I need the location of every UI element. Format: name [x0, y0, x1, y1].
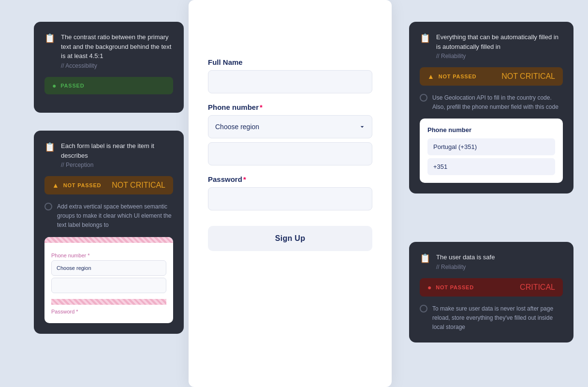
full-name-input[interactable]: [208, 70, 372, 93]
warning-triangle-icon: ▲: [52, 181, 59, 189]
phone-field: Phone number* Choose region Portugal (+3…: [208, 103, 372, 165]
full-name-label: Full Name: [208, 58, 372, 66]
radio-circle-1: [44, 203, 52, 210]
warning-triangle-icon-2: ▲: [427, 73, 435, 80]
card-perception-subtitle: // Perception: [61, 162, 173, 168]
critical-dot-icon: ●: [427, 283, 432, 291]
card-reliability-1-title: Everything that can be automatically fil…: [436, 32, 563, 51]
card-perception-body: Add extra vertical space between semanti…: [44, 202, 173, 230]
card-reliability-2: 📋 The user data is safe // Reliability ●…: [409, 242, 573, 342]
mini-stripe: [44, 237, 173, 243]
clipboard-icon-2: 📋: [44, 142, 55, 152]
mini-password-label: Password *: [51, 309, 166, 314]
form-panel: Full Name Phone number* Choose region Po…: [189, 0, 392, 387]
not-critical-label-1: NOT CRITICAL: [112, 181, 165, 190]
phone-group: Choose region Portugal (+351) United Sta…: [208, 115, 372, 165]
card-perception-header: 📋 Each form label is near the item it de…: [44, 141, 173, 168]
status-badge-reliability-1: ▲ NOT PASSED NOT CRITICAL: [420, 67, 563, 86]
not-passed-label-1: NOT PASSED: [63, 182, 102, 188]
status-badge-perception: ▲ NOT PASSED NOT CRITICAL: [44, 176, 173, 194]
card-reliability-2-body: To make sure user data is never lost aft…: [420, 304, 563, 332]
clipboard-icon: 📋: [44, 33, 55, 44]
passed-label: PASSED: [60, 83, 84, 89]
card-perception: 📋 Each form label is near the item it de…: [34, 131, 184, 334]
critical-label: CRITICAL: [520, 283, 555, 292]
mini-phone-input: [51, 278, 166, 293]
password-input[interactable]: [208, 187, 372, 210]
geo-tooltip-row-1: Portugal (+351): [427, 138, 555, 155]
card-reliability-1-header: 📋 Everything that can be automatically f…: [420, 32, 563, 60]
not-critical-label-2: NOT CRITICAL: [501, 72, 555, 81]
geo-tooltip-row-2: +351: [427, 158, 555, 175]
radio-circle-3: [420, 305, 427, 313]
password-field: Password*: [208, 175, 372, 210]
card-contrast-header: 📋 The contrast ratio between the primary…: [44, 32, 173, 69]
geo-tooltip-label: Phone number: [427, 126, 555, 134]
card-reliability-1-subtitle: // Reliability: [436, 53, 563, 60]
phone-label: Phone number*: [208, 103, 372, 111]
status-badge-passed: ● PASSED: [44, 77, 173, 94]
mini-stripe-2: [51, 299, 166, 305]
full-name-field: Full Name: [208, 58, 372, 93]
card-reliability-1: 📋 Everything that can be automatically f…: [409, 22, 573, 194]
sign-up-button[interactable]: Sign Up: [208, 226, 372, 251]
card-contrast: 📋 The contrast ratio between the primary…: [34, 22, 184, 113]
radio-circle-2: [420, 94, 427, 102]
not-passed-label-3: NOT PASSED: [436, 284, 474, 290]
clipboard-icon-4: 📋: [420, 253, 430, 264]
card-reliability-2-subtitle: // Reliability: [436, 264, 495, 270]
phone-region-select[interactable]: Choose region Portugal (+351) United Sta…: [208, 115, 372, 138]
card-contrast-title: The contrast ratio between the primary t…: [61, 32, 173, 61]
mini-phone-select: Choose region: [51, 260, 166, 276]
phone-number-input[interactable]: [208, 142, 372, 165]
mini-form-preview: Phone number * Choose region Password *: [44, 237, 173, 323]
passed-dot-icon: ●: [52, 82, 57, 89]
card-reliability-1-body: Use Geolocation API to fill in the count…: [420, 93, 563, 112]
card-perception-title: Each form label is near the item it desc…: [61, 141, 173, 160]
card-reliability-2-header: 📋 The user data is safe // Reliability: [420, 253, 563, 270]
geo-tooltip: Phone number Portugal (+351) +351: [420, 119, 563, 183]
mini-form-inner: Phone number * Choose region Password *: [44, 243, 173, 323]
card-reliability-2-title: The user data is safe: [436, 253, 495, 262]
not-passed-label-2: NOT PASSED: [439, 74, 477, 79]
password-label: Password*: [208, 175, 372, 183]
card-contrast-subtitle: // Accessibility: [61, 62, 173, 69]
status-badge-reliability-2: ● NOT PASSED CRITICAL: [420, 278, 563, 297]
clipboard-icon-3: 📋: [420, 33, 430, 44]
mini-phone-label: Phone number *: [51, 253, 166, 258]
